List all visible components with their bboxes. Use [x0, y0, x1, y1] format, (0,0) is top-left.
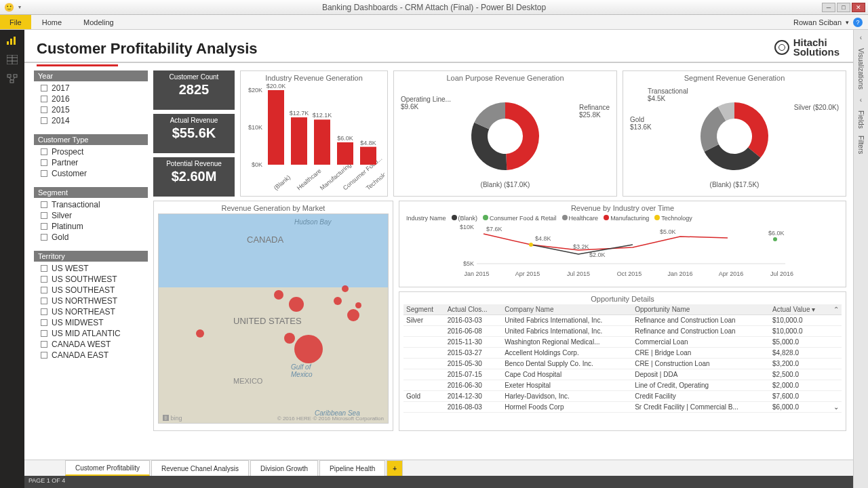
table-row[interactable]: 2015-05-30Benco Dental Supply Co. Inc.CR…: [403, 358, 842, 369]
slicer-option[interactable]: Customer: [37, 168, 145, 179]
filters-pane[interactable]: Filters: [857, 136, 865, 154]
column-header[interactable]: Actual Value ▾: [770, 304, 831, 315]
slicer-segment[interactable]: SegmentTransactionalSilverPlatinumGold: [34, 187, 148, 244]
slicer-option[interactable]: Transactional: [37, 199, 145, 210]
slicer-option[interactable]: US NORTHWEST: [37, 296, 145, 306]
segment-donut[interactable]: Segment Revenue Generation Silver ($20.0…: [623, 70, 846, 197]
slicer-option[interactable]: CANADA WEST: [37, 339, 145, 350]
checkbox-icon[interactable]: [41, 287, 47, 293]
page-tab[interactable]: Pipeline Health: [319, 460, 385, 476]
page-tab[interactable]: Division Growth: [250, 460, 318, 476]
close-button[interactable]: ✕: [852, 3, 865, 12]
table-row[interactable]: Silver2016-03-03United Fabrics Internati…: [403, 314, 842, 325]
hitachi-logo-icon: [774, 40, 789, 55]
column-header[interactable]: Actual Clos...: [445, 304, 502, 315]
page-tab[interactable]: Revenue Chanel Analysis: [151, 460, 249, 476]
add-page-button[interactable]: +: [387, 460, 403, 476]
slicer-option[interactable]: 2016: [37, 94, 145, 104]
column-header[interactable]: Segment: [403, 304, 445, 315]
slicer-year[interactable]: Year2017201620152014: [34, 70, 148, 127]
slicer-option[interactable]: Silver: [37, 210, 145, 221]
slicer-option[interactable]: 2014: [37, 115, 145, 126]
page-tab[interactable]: Customer Profitability: [65, 460, 150, 476]
checkbox-icon[interactable]: [41, 276, 47, 283]
checkbox-icon[interactable]: [41, 96, 47, 102]
slicer-territory[interactable]: TerritoryUS WESTUS SOUTHWESTUS SOUTHEAST…: [34, 251, 148, 362]
checkbox-icon[interactable]: [41, 234, 47, 241]
checkbox-icon[interactable]: [41, 212, 47, 219]
legend-item[interactable]: Consumer Food & Retail: [483, 215, 557, 222]
kpi-card[interactable]: Potential Revenue$2.60M: [153, 157, 235, 197]
slicer-option[interactable]: Prospect: [37, 146, 145, 157]
slicer-option[interactable]: US MID ATLANTIC: [37, 328, 145, 339]
industry-bar-chart[interactable]: Industry Revenue Generation $0K$10K$20K$…: [240, 70, 388, 197]
table-row[interactable]: Gold2014-12-30Harley-Davidson, Inc.Credi…: [403, 390, 842, 401]
kpi-card[interactable]: Customer Count2825: [153, 70, 235, 110]
legend-item[interactable]: Healthcare: [562, 215, 599, 222]
file-menu[interactable]: File: [0, 15, 31, 29]
legend-item[interactable]: Technology: [654, 215, 692, 222]
slicer-option[interactable]: US SOUTHEAST: [37, 285, 145, 296]
checkbox-icon[interactable]: [41, 148, 47, 155]
fields-pane[interactable]: Fields: [857, 110, 865, 129]
slicer-option[interactable]: CANADA EAST: [37, 350, 145, 361]
visualizations-pane[interactable]: Visualizations: [857, 48, 865, 89]
table-row[interactable]: 2016-08-03Hormel Foods CorpSr Credit Fac…: [403, 401, 842, 412]
checkbox-icon[interactable]: [41, 85, 47, 92]
scroll-down-icon[interactable]: ⌄: [833, 403, 839, 411]
checkbox-icon[interactable]: [41, 330, 47, 337]
checkbox-icon[interactable]: [41, 106, 47, 113]
slicer-option[interactable]: 2017: [37, 83, 145, 94]
checkbox-icon[interactable]: [41, 341, 47, 348]
slicer-option[interactable]: Partner: [37, 157, 145, 168]
slicer-option[interactable]: 2015: [37, 104, 145, 115]
slicer-option[interactable]: Platinum: [37, 221, 145, 232]
checkbox-icon[interactable]: [41, 352, 47, 359]
slicer-option[interactable]: Gold: [37, 232, 145, 243]
slicer-customer-type[interactable]: Customer TypeProspectPartnerCustomer: [34, 134, 148, 180]
checkbox-icon[interactable]: [41, 201, 47, 208]
user-name[interactable]: Rowan Sciban: [793, 18, 842, 26]
slicer-option[interactable]: US NORTHEAST: [37, 306, 145, 317]
checkbox-icon[interactable]: [41, 117, 47, 124]
kpi-card[interactable]: Actual Revenue$55.6K: [153, 114, 235, 153]
maximize-button[interactable]: □: [837, 3, 850, 12]
help-icon[interactable]: ?: [853, 18, 863, 27]
table-row[interactable]: 2015-11-30Washington Regional Medical...…: [403, 336, 842, 347]
scroll-up-icon[interactable]: ⌃: [831, 304, 842, 315]
checkbox-icon[interactable]: [41, 159, 47, 166]
revenue-map[interactable]: Revenue Generation by Market CANADA UNIT…: [153, 201, 393, 431]
table-row[interactable]: 2015-03-27Accellent Holdings Corp.CRE | …: [403, 347, 842, 358]
table-row[interactable]: 2016-06-30Exeter HospitalLine of Credit,…: [403, 380, 842, 390]
slicer-option[interactable]: US WEST: [37, 263, 145, 274]
ribbon-tab-home[interactable]: Home: [31, 15, 73, 29]
slicer-option[interactable]: US MIDWEST: [37, 317, 145, 328]
checkbox-icon[interactable]: [41, 170, 47, 177]
table-row[interactable]: 2015-07-15Cape Cod HospitalDeposit | DDA…: [403, 369, 842, 380]
checkbox-icon[interactable]: [41, 298, 47, 304]
loan-purpose-donut[interactable]: Loan Purpose Revenue Generation Refinanc…: [393, 70, 617, 197]
checkbox-icon[interactable]: [41, 319, 47, 326]
minimize-button[interactable]: ─: [822, 3, 835, 12]
legend-item[interactable]: Manufacturing: [604, 215, 649, 222]
slicer-option[interactable]: US SOUTHWEST: [37, 274, 145, 285]
report-view-icon[interactable]: [5, 35, 19, 46]
column-header[interactable]: Company Name: [502, 304, 632, 315]
legend-item[interactable]: (Blank): [452, 215, 478, 222]
model-view-icon[interactable]: [5, 73, 19, 84]
user-dropdown-icon[interactable]: ▾: [846, 19, 849, 26]
svg-text:Jul 2015: Jul 2015: [567, 270, 590, 277]
qat-dropdown[interactable]: ▾: [18, 4, 21, 10]
ribbon-tab-modeling[interactable]: Modeling: [73, 15, 125, 29]
column-header[interactable]: Opportunity Name: [632, 304, 770, 315]
table-row[interactable]: 2016-06-08United Fabrics International, …: [403, 325, 842, 336]
checkbox-icon[interactable]: [41, 223, 47, 230]
svg-text:$12.7K: $12.7K: [290, 110, 309, 117]
checkbox-icon[interactable]: [41, 265, 47, 272]
opportunity-table[interactable]: Opportunity Details SegmentActual Clos..…: [399, 291, 846, 431]
expand-pane-icon-2[interactable]: ‹: [860, 96, 862, 104]
revenue-over-time-line[interactable]: Revenue by Industry over Time Industry N…: [399, 201, 846, 287]
checkbox-icon[interactable]: [41, 308, 47, 315]
expand-pane-icon[interactable]: ‹: [860, 34, 862, 41]
data-view-icon[interactable]: [5, 54, 19, 65]
